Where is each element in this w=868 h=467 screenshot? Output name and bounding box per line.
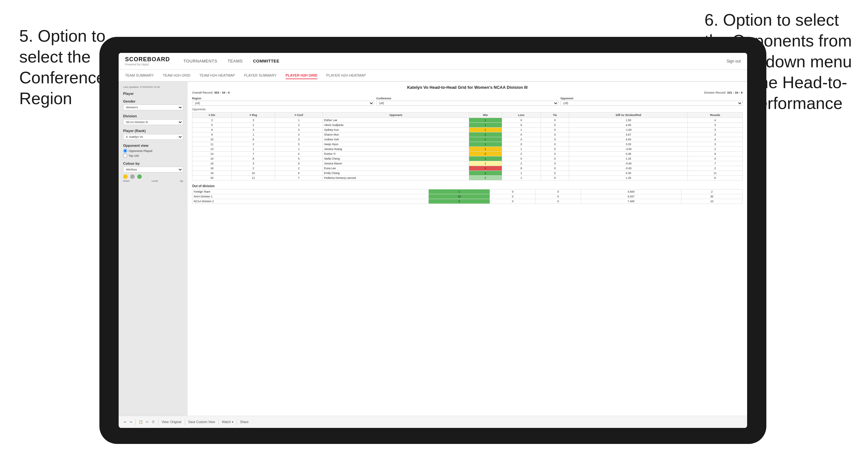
toolbar-copy[interactable]: 📋 xyxy=(139,420,143,424)
cell-tie: 0 xyxy=(540,123,569,128)
cell-rounds: 4 xyxy=(688,137,743,142)
col-opponent: Opponent xyxy=(322,113,469,118)
nav-teams[interactable]: TEAMS xyxy=(228,57,243,65)
cell-tie: 0 xyxy=(540,161,569,166)
cell-reg: 1 xyxy=(232,147,275,152)
toolbar-redo[interactable]: ↪ xyxy=(129,420,132,424)
cell-diff: 1.50 xyxy=(569,118,688,123)
col-win: Win xyxy=(469,113,502,118)
nav-sign-out[interactable]: Sign out xyxy=(726,59,741,63)
table-row: 18 2 2 Euna Lee 0 8 0 -5.00 2 xyxy=(192,166,743,171)
nav-tournaments[interactable]: TOURNAMENTS xyxy=(183,57,217,65)
out-cell-diff: 9.267 xyxy=(581,194,681,199)
filter-conference-select[interactable]: (All) xyxy=(376,101,558,106)
subnav-team-summary[interactable]: TEAM SUMMARY xyxy=(125,72,154,79)
filter-opponent-select[interactable]: (All) xyxy=(560,101,743,106)
subnav-player-h2h-grid[interactable]: PLAYER H2H GRID xyxy=(286,72,317,79)
toolbar-share[interactable]: Share xyxy=(240,420,249,424)
sidebar-gender-section: Gender Women's xyxy=(123,99,183,110)
subnav-team-h2h-heatmap[interactable]: TEAM H2H HEATMAP xyxy=(199,72,235,79)
sidebar-player-rank-section: Player (Rank) 6. Katelyn Vo xyxy=(123,129,183,140)
nav-committee[interactable]: COMMITTEE xyxy=(253,57,280,65)
subnav-player-h2h-heatmap[interactable]: PLAYER H2H HEATMAP xyxy=(327,72,366,79)
cell-rounds: 3 xyxy=(688,128,743,132)
toolbar-cut[interactable]: ✂ xyxy=(146,420,149,424)
top-nav: SCOREBOARD Powered by clippd TOURNAMENTS… xyxy=(119,53,747,69)
cell-rounds: 9 xyxy=(688,152,743,156)
table-row: 3 3 1 Esther Lee 1 0 0 1.50 4 xyxy=(192,118,743,123)
table-row: 16 3 6 Jessica Mason 1 2 0 -0.94 7 xyxy=(192,161,743,166)
toolbar-timer[interactable]: ⏱ xyxy=(152,420,155,424)
col-rounds: Rounds xyxy=(688,113,743,118)
cell-win: 4 xyxy=(469,171,502,176)
cell-rounds: 4 xyxy=(688,118,743,123)
cell-loss: 2 xyxy=(502,152,540,156)
filter-opponent-label: Opponent xyxy=(560,97,743,100)
subnav-team-h2h-grid[interactable]: TEAM H2H GRID xyxy=(163,72,190,79)
cell-opponent: Emily Chang xyxy=(322,171,469,176)
toolbar-watch[interactable]: Watch ▾ xyxy=(222,420,234,424)
out-cell-tie: 0 xyxy=(535,189,581,194)
sidebar-colour-select[interactable]: Win/loss xyxy=(123,167,183,173)
cell-conf: 6 xyxy=(275,161,322,166)
sidebar-player-rank-select[interactable]: 6. Katelyn Vo xyxy=(123,134,183,140)
colour-label-up: Up xyxy=(180,180,183,182)
logo-sub: Powered by clippd xyxy=(125,63,170,66)
cell-opponent: Euna Lee xyxy=(322,166,469,171)
cell-loss: 0 xyxy=(502,137,540,142)
cell-rounds: 3 xyxy=(688,142,743,147)
subnav-player-summary[interactable]: PLAYER SUMMARY xyxy=(244,72,277,79)
cell-tie: 0 xyxy=(540,137,569,142)
panel-records: Overall Record: 353 - 34 - 6 Division Re… xyxy=(192,91,743,94)
cell-loss: 1 xyxy=(502,147,540,152)
toolbar-sep1 xyxy=(135,419,136,425)
cell-rounds: 2 xyxy=(688,147,743,152)
cell-tie: 0 xyxy=(540,171,569,176)
sidebar-opponent-view-section: Opponent view Opponents Played Top 100 xyxy=(123,144,183,158)
cell-div: 9 xyxy=(192,132,232,137)
toolbar-undo[interactable]: ↩ xyxy=(124,420,126,424)
filter-conference-label: Conference xyxy=(376,97,558,100)
cell-win: 1 xyxy=(469,161,502,166)
out-cell-opponent: Foreign Team xyxy=(192,189,429,194)
toolbar-save-custom[interactable]: Save Custom View xyxy=(188,420,215,424)
cell-loss: 8 xyxy=(502,166,540,171)
col-loss: Loss xyxy=(502,113,540,118)
col-div: # Div xyxy=(192,113,232,118)
colour-labels: Down Level Up xyxy=(123,180,183,182)
cell-win: 2 xyxy=(469,152,502,156)
filter-row: Region (All) Conference (All) Opponent xyxy=(192,97,743,106)
nav-right: Sign out xyxy=(726,59,741,63)
filter-region-group: Region (All) xyxy=(192,97,374,106)
out-table-row: NCAA Division 2 5 0 0 7.400 10 xyxy=(192,199,743,204)
cell-rounds: 6 xyxy=(688,176,743,181)
cell-tie: 0 xyxy=(540,132,569,137)
radio-opponents-played[interactable]: Opponents Played xyxy=(123,149,183,153)
cell-loss: 2 xyxy=(502,161,540,166)
out-cell-opponent: NAIA Division 1 xyxy=(192,194,429,199)
sidebar-division-select[interactable]: NCAA Division III xyxy=(123,119,183,125)
dot-down xyxy=(123,174,128,179)
cell-tie: 0 xyxy=(540,156,569,161)
toolbar-view-original[interactable]: View: Original xyxy=(162,420,182,424)
cell-div: 18 xyxy=(192,166,232,171)
cell-loss: 0 xyxy=(502,156,540,161)
col-conf: # Conf xyxy=(275,113,322,118)
cell-reg: 3 xyxy=(232,161,275,166)
colour-label-down: Down xyxy=(123,180,129,182)
main-panel: Katelyn Vo Head-to-Head Grid for Women's… xyxy=(188,82,747,416)
cell-win: 1 xyxy=(469,132,502,137)
logo-text: SCOREBOARD xyxy=(125,56,170,63)
sidebar-gender-select[interactable]: Women's xyxy=(123,104,183,110)
cell-rounds: 11 xyxy=(688,171,743,176)
cell-rounds: 4 xyxy=(688,156,743,161)
cell-diff: -1.00 xyxy=(569,128,688,132)
sidebar-colour-section: Colour by Win/loss Down Level Up xyxy=(123,161,183,182)
cell-opponent: Stella Cheng xyxy=(322,156,469,161)
filter-region-select[interactable]: (All) xyxy=(192,101,374,106)
out-cell-win: 1 xyxy=(429,189,490,194)
radio-top100[interactable]: Top 100 xyxy=(123,154,183,158)
toolbar-sep2 xyxy=(158,419,158,425)
table-row: 10 6 3 Andrea York 2 0 0 4.00 4 xyxy=(192,137,743,142)
last-updated: Last Updated: 27/03/2024 10:34 xyxy=(123,86,183,89)
